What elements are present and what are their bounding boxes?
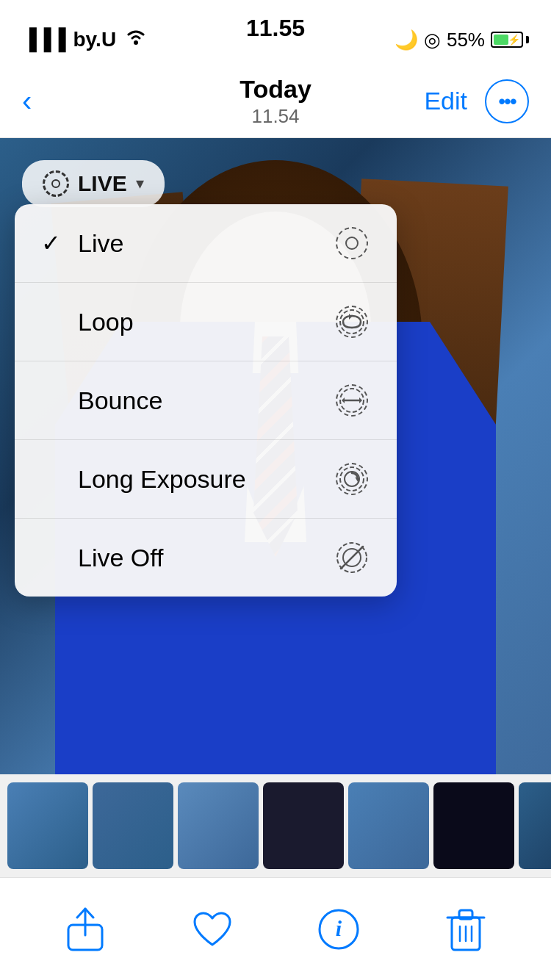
- live-menu-icon: [334, 225, 370, 262]
- more-button[interactable]: •••: [485, 79, 529, 123]
- live-dropdown-menu: ✓ Live ✓ Loop: [15, 204, 397, 597]
- thumbnail-3[interactable]: [178, 782, 259, 869]
- nav-bar: ‹ Today 11.54 Edit •••: [0, 65, 551, 138]
- live-label: LIVE: [78, 171, 127, 196]
- thumbnail-6[interactable]: [433, 782, 514, 869]
- thumbnail-strip: [0, 774, 551, 877]
- wifi-icon: [123, 28, 148, 51]
- live-button[interactable]: LIVE ▾: [22, 160, 165, 207]
- liveoff-menu-icon: [334, 539, 370, 576]
- svg-point-7: [340, 467, 364, 491]
- location-icon: ◎: [424, 29, 441, 51]
- thumbnail-4[interactable]: [263, 782, 344, 869]
- live-ring-icon: [43, 170, 69, 197]
- menu-loop-label: Loop: [78, 308, 134, 336]
- signal-icon: ▐▐▐: [22, 28, 66, 51]
- menu-item-liveoff-left: ✓ Live Off: [41, 544, 164, 572]
- info-button[interactable]: i: [313, 904, 364, 955]
- menu-item-live[interactable]: ✓ Live: [15, 204, 397, 283]
- status-left: ▐▐▐ by.U: [22, 28, 148, 51]
- status-bar: ▐▐▐ by.U 11.55 🌙 ◎ 55% ⚡: [0, 0, 551, 65]
- menu-item-loop[interactable]: ✓ Loop: [15, 283, 397, 361]
- battery-percent: 55%: [447, 29, 485, 51]
- nav-right: Edit •••: [424, 79, 529, 123]
- thumbnail-1[interactable]: [7, 782, 88, 869]
- trash-icon: [446, 907, 486, 951]
- thumbnail-2[interactable]: [93, 782, 173, 869]
- menu-live-label: Live: [78, 229, 123, 258]
- bounce-menu-icon: [334, 382, 370, 419]
- share-icon: [65, 907, 105, 951]
- chevron-down-icon: ▾: [136, 174, 144, 193]
- menu-bounce-label: Bounce: [78, 386, 162, 415]
- menu-item-bounce[interactable]: ✓ Bounce: [15, 361, 397, 440]
- menu-item-longexp-left: ✓ Long Exposure: [41, 465, 246, 494]
- status-time: 11.55: [246, 15, 305, 42]
- svg-marker-5: [342, 397, 345, 403]
- more-dots-icon: •••: [498, 90, 515, 113]
- moon-icon: 🌙: [395, 29, 418, 51]
- bottom-toolbar: i: [0, 877, 551, 980]
- menu-item-live-left: ✓ Live: [41, 229, 123, 258]
- thumbnail-5[interactable]: [348, 782, 429, 869]
- svg-line-12: [341, 547, 363, 569]
- delete-button[interactable]: [440, 904, 491, 955]
- back-button[interactable]: ‹: [22, 84, 32, 118]
- menu-item-loop-left: ✓ Loop: [41, 308, 134, 336]
- photo-area: LIVE ▾ ✓ Live ✓ Loop: [0, 138, 551, 836]
- menu-item-bounce-left: ✓ Bounce: [41, 386, 162, 415]
- battery-icon: ⚡: [491, 32, 529, 48]
- menu-longexp-label: Long Exposure: [78, 465, 246, 494]
- menu-item-long-exposure[interactable]: ✓ Long Exposure: [15, 440, 397, 519]
- svg-marker-2: [349, 314, 352, 320]
- heart-icon: [191, 909, 234, 949]
- nav-title-block: Today 11.54: [240, 75, 311, 128]
- nav-subtitle: 11.54: [240, 105, 311, 128]
- svg-point-0: [134, 40, 138, 45]
- loop-menu-icon: [334, 303, 370, 340]
- status-right: 🌙 ◎ 55% ⚡: [395, 29, 529, 51]
- live-dot-icon: [51, 179, 60, 188]
- edit-button[interactable]: Edit: [424, 87, 467, 115]
- carrier-label: by.U: [73, 28, 117, 51]
- thumbnail-7[interactable]: [519, 782, 551, 869]
- nav-title: Today: [240, 75, 311, 104]
- share-button[interactable]: [60, 904, 111, 955]
- longexp-menu-icon: [334, 461, 370, 497]
- menu-liveoff-label: Live Off: [78, 544, 164, 572]
- svg-marker-6: [359, 397, 362, 403]
- menu-item-live-off[interactable]: ✓ Live Off: [15, 519, 397, 597]
- info-icon: i: [317, 908, 360, 951]
- checkmark-icon: ✓: [41, 229, 63, 257]
- svg-text:i: i: [336, 916, 342, 940]
- heart-button[interactable]: [187, 904, 238, 955]
